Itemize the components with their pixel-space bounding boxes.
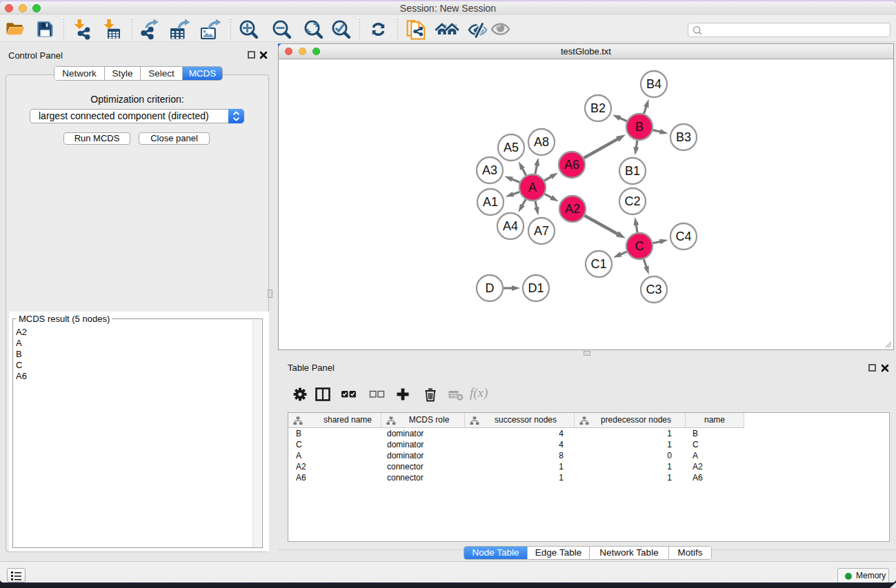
table-options-icon[interactable] [292, 387, 308, 403]
tab-network[interactable]: Network [54, 67, 105, 80]
table-cell: A6 [686, 472, 744, 483]
delete-icon[interactable] [423, 387, 439, 403]
tab-network-table[interactable]: Network Table [590, 547, 669, 559]
table-panel-close-icon[interactable] [881, 364, 889, 372]
graph-edge-A6-B[interactable] [584, 139, 619, 158]
tab-node-table[interactable]: Node Table [464, 547, 528, 559]
vertical-splitter-handle[interactable] [268, 290, 272, 298]
column-header-name[interactable]: name [686, 413, 744, 428]
graph-edge-A-A3[interactable] [511, 179, 520, 182]
column-header-successor-nodes[interactable]: successor nodes [465, 413, 575, 428]
save-session-icon[interactable] [35, 19, 56, 40]
tab-select[interactable]: Select [141, 67, 183, 80]
clone-network-icon[interactable] [406, 19, 427, 40]
export-network-icon[interactable] [141, 19, 161, 40]
network-canvas[interactable]: AA1A2A3A4A5A6A7A8BB1B2B3B4CC1C2C3C4DD1 [279, 60, 893, 349]
mcds-result-item[interactable]: A6 [14, 371, 253, 382]
mcds-result-item[interactable]: A2 [14, 327, 253, 338]
graph-node-label: A1 [483, 195, 498, 209]
column-type-icon [386, 416, 396, 425]
graph-node-label: B4 [646, 77, 661, 91]
graph-node-label: D1 [528, 281, 544, 295]
graph-edge-arrowhead [506, 192, 515, 197]
hide-panel-icon[interactable] [467, 19, 488, 40]
table-tabs: Node TableEdge TableNetwork TableMotifs [464, 546, 712, 560]
run-mcds-button[interactable]: Run MCDS [63, 132, 130, 145]
tab-mcds[interactable]: MCDS [183, 67, 222, 80]
tab-motifs[interactable]: Motifs [669, 547, 711, 559]
table-cell: connector [381, 472, 465, 483]
horizontal-splitter-handle[interactable] [584, 351, 590, 356]
first-neighbors-icon[interactable] [434, 19, 460, 40]
export-table-icon[interactable] [170, 19, 190, 40]
column-header-predecessor-nodes[interactable]: predecessor nodes [575, 413, 686, 428]
graph-node-label: C2 [624, 194, 640, 208]
deselect-all-icon[interactable] [369, 387, 385, 403]
mcds-result-panel: MCDS result (5 nodes) A2ABCA6 [9, 312, 269, 551]
table-row[interactable]: A2connector11A2 [288, 461, 889, 472]
table-row[interactable]: Cdominator41C [288, 439, 889, 450]
memory-button[interactable]: Memory [837, 568, 889, 582]
add-icon[interactable] [395, 387, 411, 403]
mcds-result-item[interactable]: C [14, 360, 253, 371]
memory-label: Memory [856, 569, 886, 582]
criterion-dropdown[interactable]: largest connected component (directed) [30, 109, 244, 123]
table-cell: 4 [465, 428, 575, 439]
table-cell: B [686, 428, 744, 439]
column-header-label: predecessor nodes [575, 413, 685, 427]
focus-corner [278, 43, 281, 47]
export-image-icon[interactable] [201, 19, 221, 40]
graph-node-label: C4 [675, 230, 691, 243]
show-columns-icon[interactable] [315, 387, 331, 403]
graph-edge-arrowhead [613, 252, 622, 257]
mcds-result-item[interactable]: A [14, 338, 253, 349]
table-cell: A [686, 450, 744, 461]
table-row[interactable]: Adominator80A [288, 450, 889, 461]
graph-node-label: B3 [676, 130, 691, 144]
show-panel-icon[interactable] [490, 19, 511, 40]
graph-edge-arrowhead [534, 158, 539, 167]
zoom-fit-icon[interactable] [304, 19, 325, 40]
table-panel-float-icon[interactable] [868, 364, 876, 372]
resize-grip-icon[interactable] [884, 340, 892, 348]
toolbar-separator [397, 19, 398, 39]
column-header-MCDS-role[interactable]: MCDS role [381, 413, 465, 428]
network-graph: AA1A2A3A4A5A6A7A8BB1B2B3B4CC1C2C3C4DD1 [279, 60, 893, 349]
zoom-out-icon[interactable] [272, 19, 293, 40]
table-row[interactable]: A6connector11A6 [288, 472, 889, 483]
search-icon [693, 26, 703, 36]
mcds-result-item[interactable]: B [14, 349, 253, 360]
column-header-shared-name[interactable]: shared name [288, 413, 381, 428]
select-all-icon[interactable] [341, 387, 357, 403]
task-history-button[interactable] [7, 568, 26, 582]
control-panel-close-icon[interactable] [259, 51, 268, 59]
table-row[interactable]: Bdominator41B [288, 428, 889, 439]
control-panel-float-icon[interactable] [248, 51, 255, 59]
table-cell: 1 [575, 461, 686, 472]
graph-node-label: A8 [534, 135, 549, 149]
import-table-icon[interactable] [103, 19, 123, 40]
open-session-icon[interactable] [5, 19, 26, 40]
graph-edge-A-A8[interactable] [535, 164, 537, 174]
delete-table-icon [448, 387, 464, 403]
table-cell: A6 [288, 472, 381, 483]
graph-node-label: A7 [534, 224, 549, 238]
graph-edge-arrowhead [504, 176, 513, 182]
graph-edge-A2-C[interactable] [585, 216, 619, 235]
list-icon [8, 569, 25, 582]
tab-style[interactable]: Style [105, 67, 141, 80]
memory-status-dot [845, 573, 852, 580]
tab-edge-table[interactable]: Edge Table [528, 547, 590, 559]
search-input[interactable] [688, 23, 890, 37]
zoom-selected-icon[interactable] [332, 19, 352, 40]
graph-node-label: C3 [646, 283, 661, 296]
control-panel: Control Panel NetworkStyleSelectMCDS Opt… [0, 43, 270, 562]
refresh-icon[interactable] [368, 19, 389, 40]
graph-edge-arrowhead [512, 285, 520, 291]
mcds-result-scrollbar[interactable] [252, 320, 261, 547]
zoom-in-icon[interactable] [239, 19, 260, 40]
close-panel-button[interactable]: Close panel [139, 132, 210, 145]
graph-node-label: A3 [482, 163, 497, 177]
graph-node-label: B2 [590, 101, 606, 115]
import-network-icon[interactable] [72, 19, 93, 40]
